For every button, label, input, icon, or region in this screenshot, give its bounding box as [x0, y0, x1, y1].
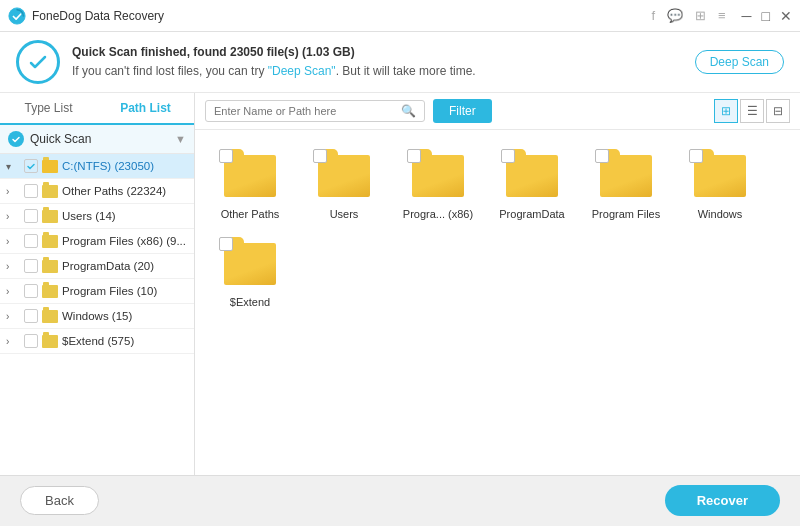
- quick-scan-check: [8, 131, 24, 147]
- expand-icon: ›: [6, 286, 20, 297]
- root-label: C:(NTFS) (23050): [62, 160, 188, 172]
- checkbox-windows[interactable]: [24, 309, 38, 323]
- file-icon-wrap: [223, 239, 277, 289]
- root-checkbox[interactable]: [24, 159, 38, 173]
- quick-scan-row[interactable]: Quick Scan ▼: [0, 125, 194, 154]
- app-icon: [8, 7, 26, 25]
- deep-scan-link[interactable]: "Deep Scan": [268, 64, 336, 78]
- quick-scan-arrow: ▼: [175, 133, 186, 145]
- checkbox-other-paths[interactable]: [24, 184, 38, 198]
- sidebar-content: Quick Scan ▼ ▾ C:(NTFS) (23050) › Other …: [0, 125, 194, 475]
- file-name: Progra... (x86): [403, 207, 473, 221]
- item-label: Program Files (x86) (9...: [62, 235, 188, 247]
- deep-scan-button[interactable]: Deep Scan: [695, 50, 784, 74]
- tab-bar: Type List Path List: [0, 93, 194, 125]
- file-name: Other Paths: [221, 207, 280, 221]
- file-checkbox[interactable]: [313, 149, 327, 163]
- quick-scan-label: Quick Scan: [30, 132, 175, 146]
- sidebar-item-programdata[interactable]: › ProgramData (20): [0, 254, 194, 279]
- tab-type-list[interactable]: Type List: [0, 93, 97, 123]
- item-label: Other Paths (22324): [62, 185, 188, 197]
- file-checkbox[interactable]: [219, 149, 233, 163]
- item-label: ProgramData (20): [62, 260, 188, 272]
- sidebar-item-other-paths[interactable]: › Other Paths (22324): [0, 179, 194, 204]
- file-item-extend[interactable]: $Extend: [205, 232, 295, 316]
- file-icon-wrap: [411, 151, 465, 201]
- tree-root-node[interactable]: ▾ C:(NTFS) (23050): [0, 154, 194, 179]
- file-item-program-x86[interactable]: Progra... (x86): [393, 144, 483, 228]
- sidebar: Type List Path List Quick Scan ▼ ▾ C:(NT…: [0, 93, 195, 475]
- search-input[interactable]: [214, 105, 397, 117]
- view-toggles: ⊞ ☰ ⊟: [714, 99, 790, 123]
- item-label: Program Files (10): [62, 285, 188, 297]
- file-checkbox[interactable]: [689, 149, 703, 163]
- scan-result-text: Quick Scan finished, found 23050 file(s)…: [72, 45, 355, 59]
- menu-icon[interactable]: ≡: [718, 8, 726, 23]
- folder-icon: [42, 285, 58, 298]
- file-checkbox[interactable]: [595, 149, 609, 163]
- item-label: Users (14): [62, 210, 188, 222]
- file-grid: Other Paths Users Progra... (x86): [195, 130, 800, 475]
- file-icon-wrap: [693, 151, 747, 201]
- folder-icon: [42, 185, 58, 198]
- recover-button[interactable]: Recover: [665, 485, 780, 516]
- checkbox-programdata[interactable]: [24, 259, 38, 273]
- file-name: ProgramData: [499, 207, 564, 221]
- expand-icon: ›: [6, 236, 20, 247]
- bottom-bar: Back Recover: [0, 475, 800, 525]
- file-icon-wrap: [599, 151, 653, 201]
- file-item-program-files[interactable]: Program Files: [581, 144, 671, 228]
- folder-icon: [42, 235, 58, 248]
- notification-bar: Quick Scan finished, found 23050 file(s)…: [0, 32, 800, 93]
- close-button[interactable]: ✕: [780, 8, 792, 24]
- back-button[interactable]: Back: [20, 486, 99, 515]
- file-icon-wrap: [317, 151, 371, 201]
- expand-icon: ›: [6, 311, 20, 322]
- file-item-windows[interactable]: Windows: [675, 144, 765, 228]
- sidebar-item-users[interactable]: › Users (14): [0, 204, 194, 229]
- list-view-button[interactable]: ☰: [740, 99, 764, 123]
- notif-suffix: . But it will take more time.: [336, 64, 476, 78]
- maximize-button[interactable]: □: [762, 8, 770, 24]
- window-controls: ─ □ ✕: [742, 8, 792, 24]
- detail-view-button[interactable]: ⊟: [766, 99, 790, 123]
- title-bar: FoneDog Data Recovery f 💬 ⊞ ≡ ─ □ ✕: [0, 0, 800, 32]
- checkbox-users[interactable]: [24, 209, 38, 223]
- file-checkbox[interactable]: [407, 149, 421, 163]
- search-box: 🔍: [205, 100, 425, 122]
- file-icon-wrap: [505, 151, 559, 201]
- checkbox-program-x86[interactable]: [24, 234, 38, 248]
- sidebar-item-extend[interactable]: › $Extend (575): [0, 329, 194, 354]
- checkbox-extend[interactable]: [24, 334, 38, 348]
- checkbox-program-files[interactable]: [24, 284, 38, 298]
- file-checkbox[interactable]: [219, 237, 233, 251]
- file-name: Windows: [698, 207, 743, 221]
- file-name: Program Files: [592, 207, 660, 221]
- item-label: $Extend (575): [62, 335, 188, 347]
- search-icon: 🔍: [401, 104, 416, 118]
- chat-icon[interactable]: 💬: [667, 8, 683, 23]
- item-label: Windows (15): [62, 310, 188, 322]
- sidebar-item-windows[interactable]: › Windows (15): [0, 304, 194, 329]
- status-icon: [16, 40, 60, 84]
- sidebar-item-program-files-x86[interactable]: › Program Files (x86) (9...: [0, 229, 194, 254]
- filter-button[interactable]: Filter: [433, 99, 492, 123]
- sidebar-item-program-files[interactable]: › Program Files (10): [0, 279, 194, 304]
- social-icons: f 💬 ⊞ ≡: [651, 8, 725, 23]
- facebook-icon[interactable]: f: [651, 8, 655, 23]
- content-area: 🔍 Filter ⊞ ☰ ⊟ Other Paths: [195, 93, 800, 475]
- grid-view-button[interactable]: ⊞: [714, 99, 738, 123]
- file-icon-wrap: [223, 151, 277, 201]
- folder-icon: [42, 335, 58, 348]
- expand-icon: ›: [6, 336, 20, 347]
- expand-icon: ›: [6, 261, 20, 272]
- file-checkbox[interactable]: [501, 149, 515, 163]
- main-area: Type List Path List Quick Scan ▼ ▾ C:(NT…: [0, 93, 800, 475]
- grid-icon[interactable]: ⊞: [695, 8, 706, 23]
- file-item-other-paths[interactable]: Other Paths: [205, 144, 295, 228]
- app-title: FoneDog Data Recovery: [32, 9, 651, 23]
- tab-path-list[interactable]: Path List: [97, 93, 194, 123]
- minimize-button[interactable]: ─: [742, 8, 752, 24]
- file-item-programdata[interactable]: ProgramData: [487, 144, 577, 228]
- file-item-users[interactable]: Users: [299, 144, 389, 228]
